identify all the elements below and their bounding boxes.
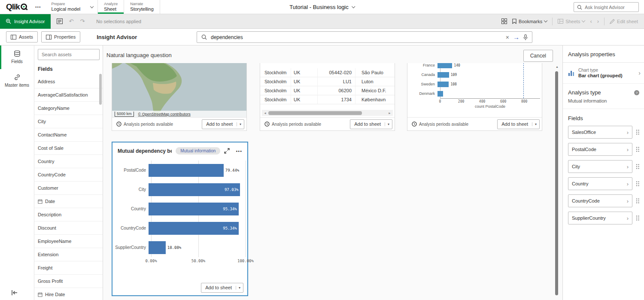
drag-handle-icon[interactable] xyxy=(635,215,640,221)
add-to-sheet-button[interactable]: Add to sheet ▾ xyxy=(350,119,392,129)
field-item-discount[interactable]: Discount xyxy=(34,221,103,235)
bar[interactable] xyxy=(149,164,224,177)
microphone-icon[interactable] xyxy=(523,34,528,40)
bar[interactable] xyxy=(437,72,449,78)
field-item-averagecallsatisfaction[interactable]: AverageCallSatisfaction xyxy=(34,88,103,102)
field-item-contactname[interactable]: ContactName xyxy=(34,128,103,142)
insight-search-input[interactable] xyxy=(211,34,502,40)
app-title-dropdown[interactable]: Tutorial - Business logic xyxy=(289,0,355,14)
bookmarks-button[interactable]: Bookmarks xyxy=(512,18,547,24)
field-item-hire-date[interactable]: Hire Date xyxy=(34,288,103,300)
field-item-address[interactable]: Address xyxy=(34,75,103,88)
rail-item-master-items[interactable]: Master items xyxy=(0,69,34,93)
rail-item-fields[interactable]: Fields xyxy=(0,45,34,69)
selected-result-card[interactable]: Mutual dependency bet... Mutual informat… xyxy=(112,142,248,296)
chart-menu-icon[interactable]: ••• xyxy=(236,148,242,154)
grid-view-icon[interactable] xyxy=(501,18,507,24)
scrollbar-thumb[interactable] xyxy=(268,111,362,115)
chart-type-row[interactable]: Chart type Bar chart (grouped) › xyxy=(563,63,644,84)
field-chip-countrycode[interactable]: CountryCode› xyxy=(568,194,632,207)
table-row[interactable]: StockholmUK06200México D.F. xyxy=(260,86,395,95)
map-attribution-link[interactable]: © OpenStreetMap contributors xyxy=(138,112,191,116)
tab-prepare[interactable]: Prepare Logical model xyxy=(45,0,86,14)
qlik-logo[interactable]: Qlik xyxy=(0,0,31,14)
field-item-freight[interactable]: Freight xyxy=(34,261,103,275)
expand-chart-icon[interactable] xyxy=(224,148,230,154)
field-item-extension[interactable]: Extension xyxy=(34,248,103,261)
sheets-button[interactable]: Sheets xyxy=(558,19,585,24)
more-menu-icon[interactable]: ••• xyxy=(31,0,46,14)
chevron-down-icon xyxy=(352,5,355,8)
drag-handle-icon[interactable] xyxy=(635,181,640,187)
result-card-table[interactable]: StockholmUK05442-020São PauloStockholmUK… xyxy=(260,63,395,131)
bar[interactable] xyxy=(149,241,166,254)
main-vertical-scrollbar[interactable]: ▲ xyxy=(555,65,559,297)
insight-advisor-button[interactable]: Insight Advisor xyxy=(0,14,51,29)
next-sheet-icon[interactable]: › xyxy=(597,18,599,24)
add-to-sheet-button[interactable]: Add to sheet ▾ xyxy=(497,119,540,129)
bar[interactable] xyxy=(437,91,443,97)
drag-handle-icon[interactable] xyxy=(635,146,640,152)
table-horizontal-scrollbar[interactable]: ◄ ► xyxy=(262,110,393,116)
help-icon[interactable]: ? xyxy=(634,90,640,96)
table-row[interactable]: StockholmUKLU1Luton xyxy=(260,77,395,86)
search-assets-input[interactable] xyxy=(38,49,100,60)
drag-handle-icon[interactable] xyxy=(635,164,640,170)
add-to-sheet-button[interactable]: Add to sheet ▾ xyxy=(201,283,243,293)
field-item-countrycode[interactable]: CountryCode xyxy=(34,168,103,182)
insight-advisor-header: Assets Properties Insight Advisor × → xyxy=(0,29,644,45)
scrollbar-thumb[interactable] xyxy=(555,71,558,295)
field-item-gross-profit[interactable]: Gross Profit xyxy=(34,275,103,288)
submit-search-icon[interactable]: → xyxy=(513,34,519,40)
ask-insight-advisor-search[interactable] xyxy=(574,2,639,12)
field-chip-city[interactable]: City› xyxy=(568,160,632,173)
collapse-panel-icon[interactable] xyxy=(11,290,18,296)
field-chip-postalcode[interactable]: PostalCode› xyxy=(568,143,632,156)
tab-analyze[interactable]: Analyze Sheet xyxy=(98,0,124,14)
field-chip-salesoffice[interactable]: SalesOffice› xyxy=(568,126,632,139)
field-item-description[interactable]: Description xyxy=(34,208,103,221)
bar[interactable] xyxy=(437,63,452,68)
previous-sheet-icon[interactable]: ‹ xyxy=(590,18,592,24)
fields-scrollbar[interactable] xyxy=(99,74,102,105)
field-item-city[interactable]: City xyxy=(34,115,103,128)
scroll-right-icon[interactable]: ► xyxy=(386,112,393,115)
cancel-button[interactable]: Cancel xyxy=(523,50,553,62)
drag-handle-icon[interactable] xyxy=(635,198,640,204)
result-card-bar-chart[interactable]: France140Canada109Sweden108Denmark 02004… xyxy=(407,63,542,131)
field-item-cost-of-sale[interactable]: Cost of Sale xyxy=(34,142,103,155)
step-forward-icon[interactable]: ↷ xyxy=(80,18,85,24)
selections-tool-icon[interactable] xyxy=(57,18,63,24)
ask-insight-advisor-input[interactable] xyxy=(585,5,632,10)
bar-track: 140 xyxy=(437,63,538,68)
field-item-country[interactable]: Country xyxy=(34,155,103,168)
tab-narrate[interactable]: Narrate Storytelling xyxy=(124,0,159,14)
edit-sheet-button[interactable]: Edit sheet xyxy=(610,19,638,24)
field-chip-suppliercountry[interactable]: SupplierCountry› xyxy=(568,212,632,224)
field-item-date[interactable]: Date xyxy=(34,195,103,208)
properties-button[interactable]: Properties xyxy=(41,31,80,42)
table-row[interactable]: StockholmUK05442-020São Paulo xyxy=(260,68,395,77)
result-card-map[interactable]: 5000 km © OpenStreetMap contributors Ana… xyxy=(112,63,247,131)
fields-chip-list: SalesOffice›PostalCode›City›Country›Coun… xyxy=(563,126,644,224)
prepare-dropdown-button[interactable] xyxy=(86,0,97,14)
bar[interactable] xyxy=(437,82,449,87)
scroll-left-icon[interactable]: ◄ xyxy=(262,112,268,115)
table-cell: UK xyxy=(291,77,318,86)
assets-button[interactable]: Assets xyxy=(6,31,38,42)
scroll-up-icon[interactable]: ▲ xyxy=(556,65,559,68)
insight-search-bar[interactable]: × → xyxy=(197,31,532,43)
link-icon xyxy=(14,74,21,81)
field-chip-country[interactable]: Country› xyxy=(568,177,632,190)
add-to-sheet-button[interactable]: Add to sheet ▾ xyxy=(202,119,244,129)
step-back-icon[interactable]: ↶ xyxy=(69,18,74,24)
clear-search-icon[interactable]: × xyxy=(506,34,509,40)
field-item-categoryname[interactable]: CategoryName xyxy=(34,102,103,115)
field-item-employeename[interactable]: EmployeeName xyxy=(34,235,103,248)
map-chart[interactable]: 5000 km © OpenStreetMap contributors xyxy=(112,63,246,117)
chevron-down-icon xyxy=(582,19,585,22)
table-row[interactable]: StockholmUK1734København xyxy=(260,95,395,104)
field-item-customer[interactable]: Customer xyxy=(34,182,103,195)
category-label: Sweden xyxy=(407,82,437,86)
drag-handle-icon[interactable] xyxy=(635,129,640,135)
